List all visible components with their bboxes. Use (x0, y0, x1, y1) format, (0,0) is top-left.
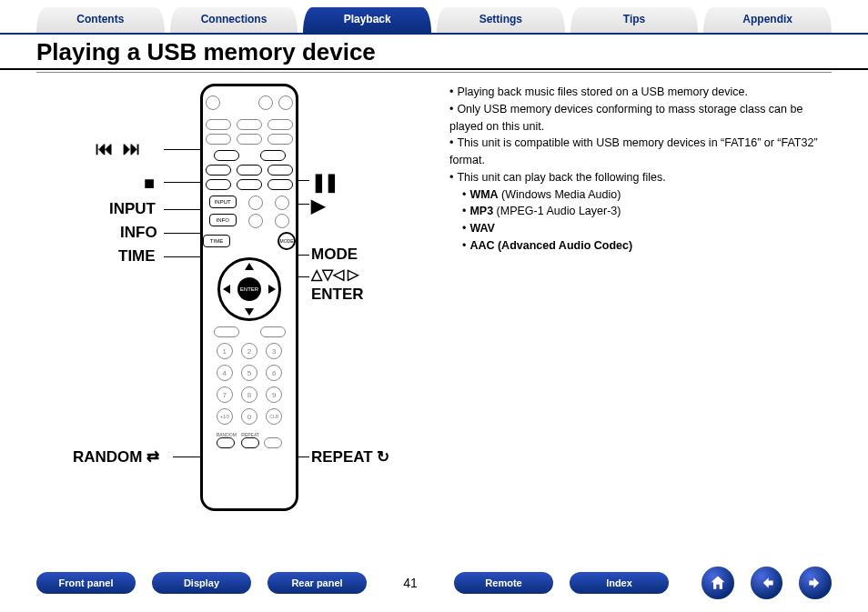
arrow-left-icon (758, 574, 776, 592)
page-title: Playing a USB memory device (0, 35, 868, 70)
callout-mode: MODE (311, 246, 358, 264)
remote-skip-fwd (260, 150, 286, 161)
remote-mode-btn: MODE (278, 232, 296, 250)
bullet: This unit can play back the following fi… (449, 169, 832, 186)
remote-diagram-area: ⏮ ⏭ ■ INPUT INFO TIME RANDOM ⇄ ❚❚ ▶ MODE… (36, 84, 437, 529)
callout-prev-next-icon: ⏮ ⏭ (96, 138, 143, 159)
remote-input-btn: INPUT (209, 196, 237, 208)
tab-settings[interactable]: Settings (437, 7, 565, 33)
nav-rear-panel[interactable]: Rear panel (267, 572, 367, 594)
remote-info-btn: INFO (209, 214, 237, 226)
remote-btn (237, 119, 262, 130)
callout-random: RANDOM ⇄ (73, 447, 159, 467)
nav-index[interactable]: Index (570, 572, 669, 594)
callout-play-icon: ▶ (311, 195, 325, 216)
remote-btn (206, 95, 220, 110)
remote-btn (214, 326, 239, 337)
callout-random-text: RANDOM (73, 448, 143, 466)
callout-enter: ENTER (311, 286, 364, 304)
nav-front-panel[interactable]: Front panel (36, 572, 136, 594)
remote-btn (267, 134, 293, 145)
description-text: Playing back music files stored on a USB… (446, 84, 832, 529)
remote-btn (237, 134, 262, 145)
nav-remote[interactable]: Remote (454, 572, 553, 594)
tab-appendix[interactable]: Appendix (703, 7, 832, 33)
nav-display[interactable]: Display (152, 572, 251, 594)
next-page-button[interactable] (799, 567, 832, 599)
top-tab-bar: Contents Connections Playback Settings T… (0, 0, 868, 35)
remote-random-btn (217, 437, 235, 448)
remote-skip-back (214, 150, 239, 161)
page-number: 41 (383, 576, 438, 590)
callout-repeat: REPEAT ↻ (311, 447, 389, 467)
repeat-icon: ↻ (377, 448, 389, 466)
remote-dpad: ENTER (217, 257, 281, 321)
remote-control: INPUT INFO TIME MODE ENTER (200, 84, 298, 511)
bottom-nav: Front panel Display Rear panel 41 Remote… (0, 567, 868, 599)
remote-btn (264, 437, 282, 448)
arrow-right-icon (806, 574, 824, 592)
remote-btn (278, 95, 293, 110)
remote-play (237, 179, 262, 190)
tab-playback[interactable]: Playback (303, 7, 431, 33)
remote-btn (275, 214, 289, 228)
home-button[interactable] (701, 567, 734, 599)
bullet: Playing back music files stored on a USB… (449, 84, 832, 101)
callout-stop-icon: ■ (144, 173, 155, 194)
remote-random-label: RANDOM (217, 432, 237, 437)
shuffle-icon: ⇄ (146, 448, 159, 466)
tab-contents[interactable]: Contents (36, 7, 165, 33)
bullet: Only USB memory devices conforming to ma… (449, 101, 832, 135)
remote-pause (267, 179, 293, 190)
tab-tips[interactable]: Tips (570, 7, 699, 33)
remote-btn (267, 119, 293, 130)
remote-repeat-label: REPEAT (241, 432, 259, 437)
remote-mode-sel (237, 165, 262, 176)
callout-info: INFO (120, 224, 157, 242)
file-type: AAC (Advanced Audio Codec) (462, 237, 832, 255)
remote-rew (206, 165, 231, 176)
callout-nav-arrows-icon: △▽◁ ▷ (311, 266, 358, 283)
home-icon (709, 574, 727, 592)
prev-page-button[interactable] (751, 567, 783, 599)
callout-time: TIME (118, 247, 156, 266)
file-type: WAV (462, 220, 832, 237)
remote-btn (248, 196, 263, 210)
remote-stop (206, 179, 231, 190)
tab-connections[interactable]: Connections (170, 7, 298, 33)
bullet: This unit is compatible with USB memory … (449, 135, 832, 169)
callout-pause-icon: ❚❚ (311, 171, 337, 193)
callout-input: INPUT (109, 200, 156, 218)
remote-btn (260, 326, 286, 337)
remote-repeat-btn (241, 437, 259, 448)
remote-time-btn: TIME (203, 235, 230, 247)
remote-btn (206, 134, 231, 145)
file-type: WMA (Windows Media Audio) (462, 186, 832, 204)
callout-repeat-text: REPEAT (311, 448, 373, 466)
remote-btn (206, 119, 231, 130)
remote-btn (275, 196, 289, 210)
remote-enter-btn: ENTER (237, 277, 261, 301)
remote-btn (248, 214, 263, 228)
remote-ff (267, 165, 293, 176)
remote-btn (258, 95, 273, 110)
file-type: MP3 (MPEG-1 Audio Layer-3) (462, 203, 832, 220)
